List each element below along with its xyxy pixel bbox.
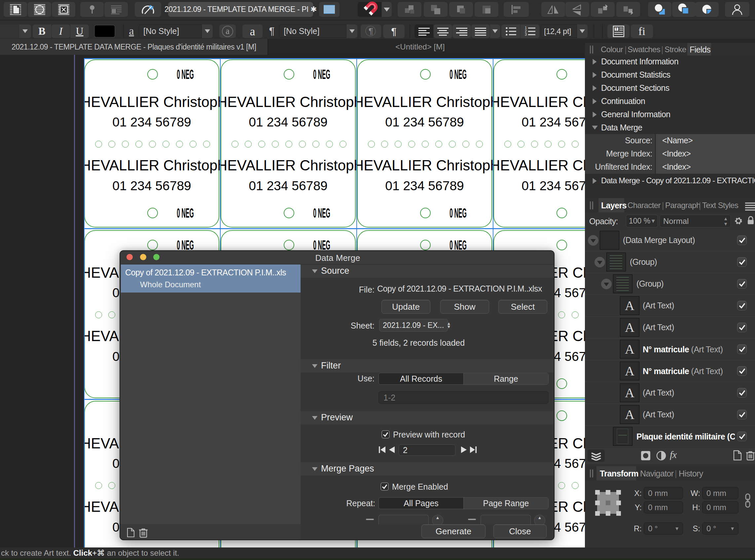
svg-text:T: T (615, 27, 617, 31)
svg-text:3: 3 (525, 32, 527, 36)
